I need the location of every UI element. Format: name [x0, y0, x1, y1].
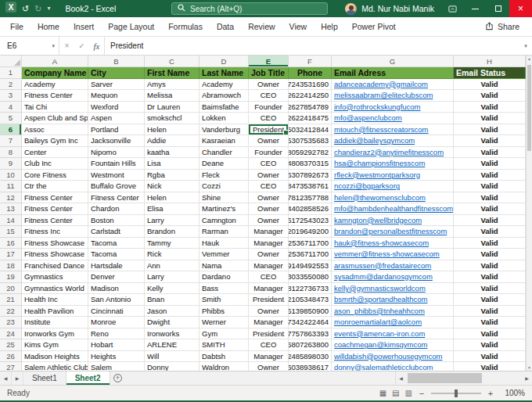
cell-a24[interactable]: Ironworks Gym [22, 328, 88, 340]
row-header-12[interactable]: 12 [0, 192, 22, 204]
cell-g18[interactable]: arasmussen@fredastairecom [332, 260, 454, 272]
cell-e13[interactable]: Owner [249, 203, 289, 215]
ribbon-tab-insert[interactable]: Insert [66, 17, 101, 36]
cell-c25[interactable]: ARLENE [145, 339, 200, 351]
cell-f11[interactable]: 8473538761 [289, 181, 332, 192]
cell-b26[interactable]: Heights [88, 351, 145, 363]
cell-f27[interactable]: 6038938617 [289, 362, 332, 371]
sheet-nav-left-icon[interactable]: ◀ [0, 371, 12, 385]
cell-d18[interactable]: Nama [200, 260, 249, 272]
cell-b2[interactable]: Sarver [88, 79, 145, 91]
cell-b27[interactable]: Salem [88, 362, 145, 371]
cell-b14[interactable]: Boston [88, 215, 145, 227]
cell-f3[interactable]: 2622414250 [289, 90, 332, 102]
cell-a13[interactable]: Fitness Center [22, 203, 88, 215]
column-header-e[interactable]: E [249, 56, 289, 67]
cell-h15[interactable]: Valid [454, 226, 526, 238]
cell-f22[interactable]: 5139850900 [289, 306, 332, 318]
row-header-8[interactable]: 8 [0, 147, 22, 159]
cell-g4[interactable]: info@rothrockskungfucom [332, 102, 454, 113]
cell-b11[interactable]: Buffalo Grove [88, 181, 145, 192]
cell-h26[interactable]: Valid [454, 351, 526, 363]
cell-h6[interactable]: Valid [454, 124, 526, 136]
cell-a25[interactable]: Kims Gym [22, 339, 88, 351]
row-header-26[interactable]: 26 [0, 351, 22, 363]
header-cell-g1[interactable]: Email Adress [332, 67, 454, 79]
row-header-5[interactable]: 5 [0, 113, 22, 124]
cell-e27[interactable]: Owner [249, 362, 289, 371]
cell-c16[interactable]: Tammy [145, 238, 200, 249]
row-header-11[interactable]: 11 [0, 181, 22, 192]
cell-b24[interactable]: Reno [88, 328, 145, 340]
cell-c22[interactable]: Jason [145, 306, 200, 318]
cell-b20[interactable]: Madison [88, 283, 145, 295]
cell-f12[interactable]: 7812357788 [289, 192, 332, 204]
cell-c11[interactable]: Nick [145, 181, 200, 192]
cell-h3[interactable]: Valid [454, 90, 526, 102]
cell-h20[interactable]: Valid [454, 283, 526, 295]
sheet-tab-sheet1[interactable]: Sheet1 [23, 371, 66, 385]
cell-b5[interactable]: Aspen [88, 113, 145, 124]
cell-h4[interactable]: Valid [454, 102, 526, 113]
cell-e19[interactable]: CEO [249, 271, 289, 283]
cell-b23[interactable]: Monroe [88, 317, 145, 328]
cell-h18[interactable]: Valid [454, 260, 526, 272]
cell-b18[interactable]: Hartsdale [88, 260, 145, 272]
cell-a18[interactable]: Franchised Dance [22, 260, 88, 272]
row-header-21[interactable]: 21 [0, 294, 22, 306]
header-cell-d1[interactable]: Last Name [200, 67, 249, 79]
ribbon-tab-help[interactable]: Help [314, 17, 345, 36]
cell-c23[interactable]: Dwight [145, 317, 200, 328]
cell-a5[interactable]: Aspen Club and Spa [22, 113, 88, 124]
cell-g21[interactable]: bsmrth@sportandhealthcom [332, 294, 454, 306]
cell-d20[interactable]: Bass [200, 283, 249, 295]
row-header-20[interactable]: 20 [0, 283, 22, 295]
cell-c3[interactable]: Melissa [145, 90, 200, 102]
cell-f19[interactable]: 3033550080 [289, 271, 332, 283]
cell-e14[interactable]: Owner [249, 215, 289, 227]
cell-c7[interactable]: Addie [145, 135, 200, 147]
header-cell-b1[interactable]: City [88, 67, 145, 79]
cell-g7[interactable]: addiek@baileysgymcom [332, 135, 454, 147]
cell-f23[interactable]: 7342422464 [289, 317, 332, 328]
column-header-c[interactable]: C [145, 56, 200, 67]
minimize-button[interactable] [464, 0, 487, 17]
cell-e18[interactable]: Manager [249, 260, 289, 272]
cell-g9[interactable]: hsa@championsfitnesscom [332, 158, 454, 170]
cell-b22[interactable]: Cincinnati [88, 306, 145, 318]
cell-c26[interactable]: Will [145, 351, 200, 363]
cell-c18[interactable]: Ann [145, 260, 200, 272]
cell-a20[interactable]: Gymnastics World [22, 283, 88, 295]
ribbon-tab-file[interactable]: File [3, 17, 31, 36]
formula-input[interactable]: President [104, 37, 519, 55]
cell-d22[interactable]: Phibbs [200, 306, 249, 318]
cell-h23[interactable]: Valid [454, 317, 526, 328]
cell-h24[interactable]: Valid [454, 328, 526, 340]
column-header-d[interactable]: D [200, 56, 249, 67]
cell-f13[interactable]: 4402858526 [289, 203, 332, 215]
cell-g12[interactable]: helen@thewomensclubcom [332, 192, 454, 204]
page-layout-view-icon[interactable]: ▤ [392, 389, 399, 397]
cell-e11[interactable]: CEO [249, 181, 289, 192]
cell-a4[interactable]: Tai Chi [22, 102, 88, 113]
cell-a16[interactable]: Fitness Showcase [22, 238, 88, 249]
ribbon-tab-view[interactable]: View [282, 17, 315, 36]
cell-a14[interactable]: Fitness Center [22, 215, 88, 227]
select-all-button[interactable] [0, 56, 22, 67]
cell-e12[interactable]: Owner [249, 192, 289, 204]
cell-d17[interactable]: Vemmer [200, 249, 249, 260]
sheet-nav-right-icon[interactable]: ▶ [12, 371, 23, 385]
column-header-g[interactable]: G [332, 56, 454, 67]
cell-g2[interactable]: adanceacademy@gmailcom [332, 79, 454, 91]
row-header-19[interactable]: 19 [0, 271, 22, 283]
row-header-16[interactable]: 16 [0, 238, 22, 249]
row-header-9[interactable]: 9 [0, 158, 22, 170]
cell-h17[interactable]: Valid [454, 249, 526, 260]
cell-h12[interactable]: Valid [454, 192, 526, 204]
zoom-slider-thumb[interactable] [455, 389, 458, 397]
cell-f16[interactable]: 2536711700 [289, 238, 332, 249]
cell-b12[interactable]: Fitness Center [88, 192, 145, 204]
cell-g11[interactable]: ncozzi@bgparksorg [332, 181, 454, 192]
header-cell-f1[interactable]: Phone [289, 67, 332, 79]
row-header-6[interactable]: 6 [0, 124, 22, 136]
